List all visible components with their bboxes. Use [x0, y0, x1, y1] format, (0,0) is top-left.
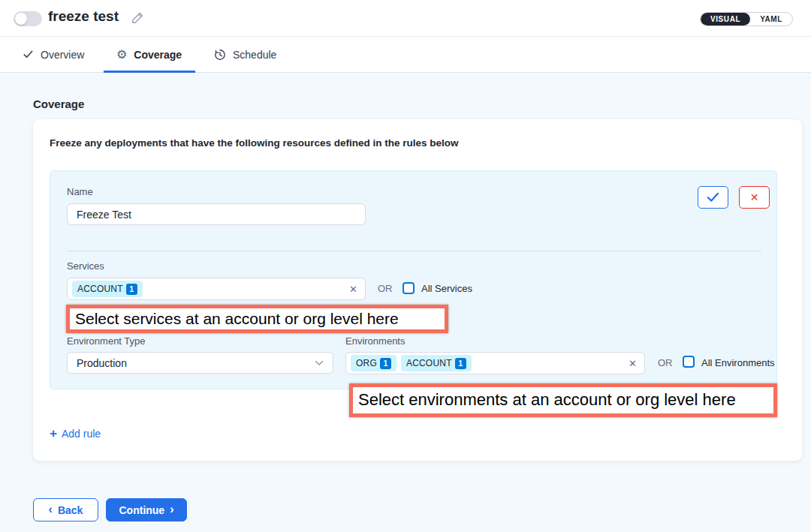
yaml-mode-button[interactable]: YAML [750, 13, 792, 26]
tab-schedule-label: Schedule [233, 49, 276, 61]
visual-mode-button[interactable]: VISUAL [701, 13, 750, 26]
tag-label: ORG [356, 358, 377, 368]
all-environments-checkbox[interactable] [683, 356, 695, 368]
check-icon [23, 49, 34, 60]
environments-clear-icon[interactable]: ✕ [629, 359, 637, 368]
add-rule-label: Add rule [62, 428, 101, 440]
environments-label: Environments [345, 335, 405, 347]
all-services-label: All Services [421, 283, 472, 294]
rule-name-input[interactable] [67, 203, 366, 225]
plus-icon: + [50, 427, 57, 440]
confirm-rule-button[interactable] [698, 186, 728, 209]
coverage-intro-text: Freeze any deployments that have the fol… [50, 137, 459, 149]
freeze-studio-tabbar: Overview ⚙ Coverage Schedule [0, 37, 811, 73]
active-tab-indicator [104, 71, 195, 73]
all-environments-label: All Environments [701, 357, 775, 368]
tag-count-badge: 1 [380, 358, 391, 369]
environments-account-tag[interactable]: ACCOUNT 1 [401, 355, 472, 371]
freeze-rule-card: Name ✕ Services ACCOUNT 1 ✕ OR All Servi… [50, 170, 777, 389]
environment-type-value: Production [77, 357, 127, 369]
clock-refresh-icon [214, 49, 226, 61]
chevron-left-icon: ‹ [49, 503, 53, 515]
delete-rule-button[interactable]: ✕ [739, 186, 770, 209]
services-label: Services [67, 260, 104, 272]
toggle-knob [15, 13, 27, 25]
services-or-label: OR [378, 283, 393, 294]
environments-org-tag[interactable]: ORG 1 [351, 355, 396, 371]
tab-coverage-label: Coverage [134, 49, 182, 61]
tag-count-badge: 1 [455, 358, 466, 369]
freeze-title: freeze test [48, 8, 119, 25]
back-button[interactable]: ‹ Back [33, 498, 98, 521]
x-icon: ✕ [750, 191, 759, 203]
services-clear-icon[interactable]: ✕ [349, 284, 357, 294]
all-services-checkbox[interactable] [402, 282, 415, 294]
back-button-label: Back [58, 504, 83, 516]
continue-button[interactable]: Continue › [106, 498, 187, 521]
environments-multiselect[interactable]: ORG 1 ACCOUNT 1 ✕ [345, 352, 645, 374]
services-multiselect[interactable]: ACCOUNT 1 ✕ [67, 278, 366, 300]
tag-count-badge: 1 [126, 284, 137, 295]
view-mode-switch: VISUAL YAML [700, 12, 793, 26]
tab-overview-label: Overview [41, 49, 84, 61]
chevron-right-icon: › [170, 503, 173, 515]
tab-schedule[interactable]: Schedule [214, 37, 276, 72]
continue-button-label: Continue [119, 504, 165, 516]
name-label: Name [67, 186, 93, 197]
tag-label: ACCOUNT [406, 358, 452, 368]
tab-overview[interactable]: Overview [23, 37, 84, 72]
add-rule-button[interactable]: + Add rule [50, 427, 101, 440]
tag-label: ACCOUNT [77, 284, 123, 294]
tab-coverage[interactable]: ⚙ Coverage [116, 37, 182, 72]
environments-or-label: OR [658, 357, 673, 368]
environment-type-label: Environment Type [67, 335, 146, 347]
services-account-tag[interactable]: ACCOUNT 1 [72, 281, 143, 297]
environment-type-select[interactable]: Production [67, 352, 333, 374]
gear-icon: ⚙ [116, 49, 127, 61]
services-annotation-callout: Select services at an account or org lev… [66, 305, 448, 333]
page-title: Coverage [33, 98, 84, 110]
freeze-enable-toggle[interactable] [14, 11, 42, 26]
environments-annotation-callout: Select environments at an account or org… [349, 383, 777, 417]
window-header: freeze test VISUAL YAML [0, 0, 811, 37]
edit-title-icon[interactable] [131, 11, 144, 25]
rule-divider [67, 251, 761, 251]
chevron-down-icon [315, 360, 324, 366]
coverage-page: Coverage Freeze any deployments that hav… [0, 73, 811, 532]
